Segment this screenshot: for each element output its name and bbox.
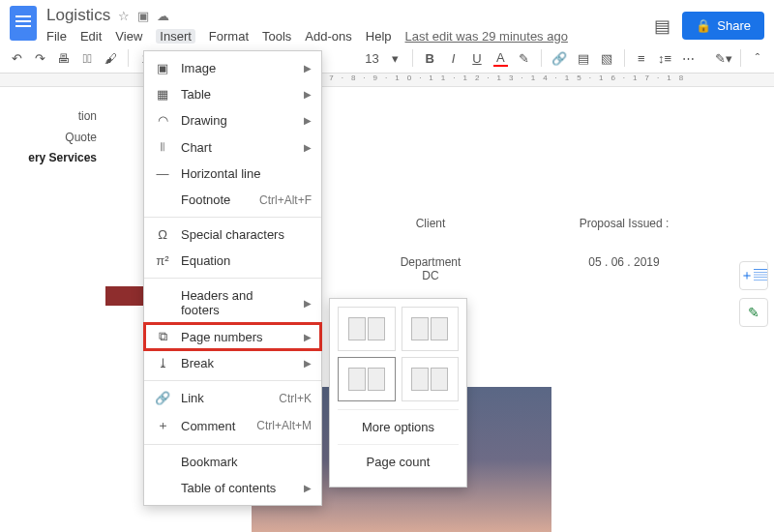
page-number-option-tr[interactable]: [338, 307, 396, 351]
menu-item-shortcut: Ctrl+K: [279, 392, 312, 405]
insert-link-icon[interactable]: 🔗: [551, 51, 567, 66]
editing-mode-icon[interactable]: ✎▾: [715, 51, 730, 66]
insert-menu-comment[interactable]: ＋CommentCtrl+Alt+M: [144, 411, 321, 440]
insert-menu-horizontal-line[interactable]: —Horizontal line: [144, 161, 321, 187]
insert-menu-equation[interactable]: π²Equation: [144, 248, 321, 274]
menu-item-shortcut: Ctrl+Alt+F: [259, 193, 312, 207]
star-icon[interactable]: ☆: [118, 9, 130, 23]
menu-item-icon: —: [154, 166, 171, 181]
bold-button[interactable]: B: [423, 51, 436, 66]
insert-menu-page-numbers[interactable]: ⧉Page numbers▶: [144, 323, 321, 350]
share-button[interactable]: 🔒 Share: [682, 12, 764, 40]
insert-menu-table[interactable]: ▦Table▶: [144, 81, 321, 107]
menu-view[interactable]: View: [115, 29, 142, 44]
menu-tools[interactable]: Tools: [262, 29, 291, 44]
menu-item-icon: ⫴: [154, 139, 171, 155]
page-number-option-tr-skip[interactable]: [402, 307, 460, 351]
outline-item[interactable]: tion: [0, 106, 97, 128]
open-comments-icon[interactable]: ▤: [654, 15, 670, 37]
last-edit-link[interactable]: Last edit was 29 minutes ago: [405, 29, 568, 44]
insert-menu-special-characters[interactable]: ΩSpecial characters: [144, 222, 321, 248]
menu-edit[interactable]: Edit: [80, 29, 102, 44]
more-options-item[interactable]: More options: [338, 409, 459, 444]
highlight-icon[interactable]: ✎: [518, 51, 531, 66]
chevron-down-icon[interactable]: ▾: [389, 51, 402, 66]
header: Logistics ☆ ▣ ☁ File Edit View Insert Fo…: [0, 0, 774, 44]
page-number-option-br[interactable]: [338, 357, 396, 401]
insert-menu-drawing[interactable]: ◠Drawing▶: [144, 107, 321, 133]
cloud-icon[interactable]: ☁: [157, 9, 169, 23]
italic-button[interactable]: I: [446, 51, 460, 66]
ruler: ·7·8·9·10·11·12·13·14·15·16·17·18: [0, 74, 774, 87]
menu-item-label: Drawing: [181, 113, 294, 128]
menu-item-label: Footnote: [181, 192, 250, 207]
chevron-right-icon: ▶: [304, 142, 312, 153]
insert-menu-bookmark[interactable]: Bookmark: [144, 449, 321, 475]
chevron-right-icon: ▶: [304, 89, 312, 100]
menu-item-icon: π²: [154, 253, 171, 268]
lock-icon: 🔒: [696, 18, 711, 33]
menu-bar: File Edit View Insert Format Tools Add-o…: [46, 29, 654, 44]
chevron-right-icon: ▶: [304, 63, 312, 74]
add-comment-side-button[interactable]: ＋▤: [739, 261, 768, 290]
insert-menu-link[interactable]: 🔗LinkCtrl+K: [144, 385, 321, 411]
menu-addons[interactable]: Add-ons: [305, 29, 351, 44]
menu-item-label: Table of contents: [181, 481, 294, 495]
outline-item[interactable]: ery Services: [0, 148, 97, 169]
document-title[interactable]: Logistics: [46, 6, 110, 25]
chevron-right-icon: ▶: [304, 483, 312, 493]
insert-menu-image[interactable]: ▣Image▶: [144, 55, 321, 81]
issued-date: 05 . 06 . 2019: [551, 255, 697, 269]
title-area: Logistics ☆ ▣ ☁ File Edit View Insert Fo…: [46, 6, 654, 44]
menu-file[interactable]: File: [46, 29, 67, 44]
chevron-right-icon: ▶: [304, 115, 312, 126]
page-numbers-submenu: More options Page count: [329, 298, 467, 488]
menu-item-label: Link: [181, 391, 269, 405]
move-icon[interactable]: ▣: [137, 9, 149, 23]
insert-menu-headers-and-footers[interactable]: Headers and footers▶: [144, 282, 321, 323]
menu-item-icon: 🔗: [154, 391, 171, 405]
line-spacing-icon[interactable]: ↕≡: [658, 51, 671, 66]
add-comment-icon[interactable]: ▤: [577, 51, 590, 66]
insert-menu-chart[interactable]: ⫴Chart▶: [144, 133, 321, 161]
insert-image-icon[interactable]: ▧: [600, 51, 613, 66]
menu-item-label: Horizontal line: [181, 166, 312, 181]
menu-item-icon: Ω: [154, 227, 171, 242]
menu-insert[interactable]: Insert: [156, 29, 195, 44]
menu-item-icon: ▦: [154, 87, 171, 102]
more-icon[interactable]: ⋯: [681, 51, 695, 66]
menu-format[interactable]: Format: [209, 29, 249, 44]
issued-heading: Proposal Issued :: [551, 217, 697, 230]
menu-item-label: Chart: [181, 140, 294, 155]
menu-item-label: Equation: [181, 253, 312, 268]
menu-item-label: Special characters: [181, 227, 312, 242]
menu-help[interactable]: Help: [366, 29, 392, 44]
underline-button[interactable]: U: [470, 51, 484, 66]
document-outline: tion Quote ery Services: [0, 106, 97, 169]
chevron-right-icon: ▶: [304, 358, 312, 369]
menu-item-label: Image: [181, 61, 294, 75]
align-icon[interactable]: ≡: [635, 51, 648, 66]
font-size-input[interactable]: 13: [365, 51, 378, 66]
docs-logo-icon[interactable]: [10, 6, 37, 41]
collapse-icon[interactable]: ˆ: [751, 51, 764, 66]
paint-format-icon[interactable]: 🖌: [104, 51, 118, 66]
client-text: DC: [358, 269, 503, 282]
print-icon[interactable]: 🖶: [57, 51, 71, 66]
outline-item[interactable]: Quote: [0, 128, 97, 149]
text-color-button[interactable]: A: [493, 50, 507, 67]
menu-item-label: Break: [181, 356, 294, 370]
section-marker: [105, 286, 144, 306]
insert-menu-table-of-contents[interactable]: Table of contents▶: [144, 475, 321, 501]
menu-item-label: Bookmark: [181, 455, 312, 469]
insert-menu-footnote[interactable]: FootnoteCtrl+Alt+F: [144, 187, 321, 213]
suggest-side-button[interactable]: ✎: [739, 298, 768, 327]
page-number-option-br-skip[interactable]: [402, 357, 460, 401]
page-count-item[interactable]: Page count: [338, 444, 459, 479]
share-label: Share: [717, 18, 751, 33]
menu-item-label: Headers and footers: [181, 288, 294, 317]
redo-icon[interactable]: ↷: [33, 51, 46, 66]
spellcheck-icon[interactable]: Ａ̤: [80, 51, 94, 66]
undo-icon[interactable]: ↶: [10, 51, 23, 66]
insert-menu-break[interactable]: ⤓Break▶: [144, 350, 321, 376]
